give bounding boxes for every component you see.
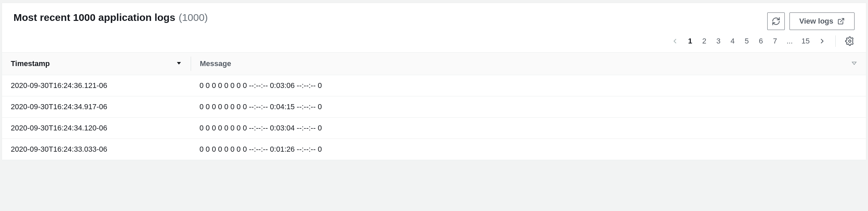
sort-none-icon xyxy=(851,59,857,68)
cell-message: 0 0 0 0 0 0 0 0 --:--:-- 0:03:04 --:--:-… xyxy=(191,118,866,139)
pager-ellipsis: ... xyxy=(786,37,793,46)
cell-message: 0 0 0 0 0 0 0 0 --:--:-- 0:01:26 --:--:-… xyxy=(191,139,866,160)
chevron-right-icon xyxy=(818,37,826,45)
panel-title: Most recent 1000 application logs xyxy=(13,12,175,23)
panel-title-wrap: Most recent 1000 application logs (1000) xyxy=(13,12,208,23)
gear-icon xyxy=(845,36,855,46)
pager-page-2[interactable]: 2 xyxy=(702,37,707,46)
table-row: 2020-09-30T16:24:33.033-06 0 0 0 0 0 0 0… xyxy=(2,139,866,160)
cell-message: 0 0 0 0 0 0 0 0 --:--:-- 0:04:15 --:--:-… xyxy=(191,96,866,117)
view-logs-label: View logs xyxy=(799,17,833,26)
logs-panel: Most recent 1000 application logs (1000)… xyxy=(2,3,866,160)
col-timestamp[interactable]: Timestamp xyxy=(2,53,191,75)
pager-page-5[interactable]: 5 xyxy=(744,37,749,46)
cell-message: 0 0 0 0 0 0 0 0 --:--:-- 0:03:06 --:--:-… xyxy=(191,75,866,96)
sort-desc-icon xyxy=(176,59,182,68)
settings-button[interactable] xyxy=(845,36,855,46)
panel-header: Most recent 1000 application logs (1000)… xyxy=(2,3,866,30)
pager: 1 2 3 4 5 6 7 ... 15 xyxy=(671,37,826,46)
table-row: 2020-09-30T16:24:34.917-06 0 0 0 0 0 0 0… xyxy=(2,96,866,118)
pager-page-last[interactable]: 15 xyxy=(802,37,810,46)
table-head: Timestamp Message xyxy=(2,53,866,75)
col-message[interactable]: Message xyxy=(191,53,866,75)
col-timestamp-label: Timestamp xyxy=(11,59,50,68)
chevron-left-icon xyxy=(671,37,679,45)
cell-timestamp: 2020-09-30T16:24:34.917-06 xyxy=(2,96,191,117)
external-link-icon xyxy=(837,18,845,25)
pager-page-6[interactable]: 6 xyxy=(758,37,764,46)
refresh-button[interactable] xyxy=(767,12,785,30)
pager-prev[interactable] xyxy=(671,37,679,45)
pager-row: 1 2 3 4 5 6 7 ... 15 xyxy=(2,30,866,52)
pager-page-1[interactable]: 1 xyxy=(687,37,693,46)
cell-timestamp: 2020-09-30T16:24:33.033-06 xyxy=(2,139,191,160)
cell-timestamp: 2020-09-30T16:24:36.121-06 xyxy=(2,75,191,96)
cell-timestamp: 2020-09-30T16:24:34.120-06 xyxy=(2,118,191,139)
pager-page-3[interactable]: 3 xyxy=(716,37,721,46)
pager-page-4[interactable]: 4 xyxy=(730,37,735,46)
logs-table: Timestamp Message 2020-09-30T16:24:36.12… xyxy=(2,52,866,160)
table-row: 2020-09-30T16:24:36.121-06 0 0 0 0 0 0 0… xyxy=(2,75,866,96)
refresh-icon xyxy=(772,17,780,26)
col-message-label: Message xyxy=(200,59,231,68)
panel-actions: View logs xyxy=(767,12,855,30)
divider xyxy=(835,35,836,47)
svg-line-0 xyxy=(840,19,844,22)
view-logs-button[interactable]: View logs xyxy=(789,12,855,30)
panel-count: (1000) xyxy=(179,12,208,23)
pager-next[interactable] xyxy=(818,37,826,45)
table-row: 2020-09-30T16:24:34.120-06 0 0 0 0 0 0 0… xyxy=(2,118,866,139)
svg-point-1 xyxy=(849,40,851,42)
pager-page-7[interactable]: 7 xyxy=(772,37,778,46)
